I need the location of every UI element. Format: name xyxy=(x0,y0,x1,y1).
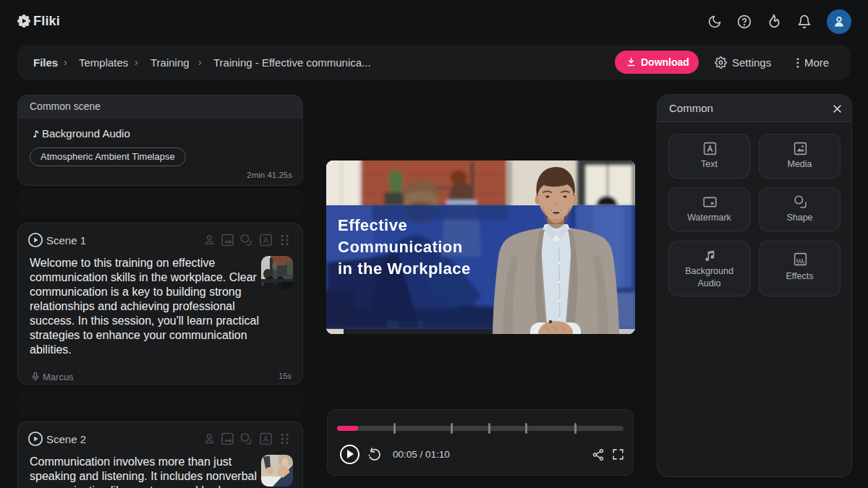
svg-text:A: A xyxy=(263,236,269,244)
svg-text:Communication: Communication xyxy=(338,238,463,256)
svg-text:Effective: Effective xyxy=(338,216,407,234)
svg-text:A: A xyxy=(263,435,269,443)
svg-text:in the Workplace: in the Workplace xyxy=(338,260,471,278)
